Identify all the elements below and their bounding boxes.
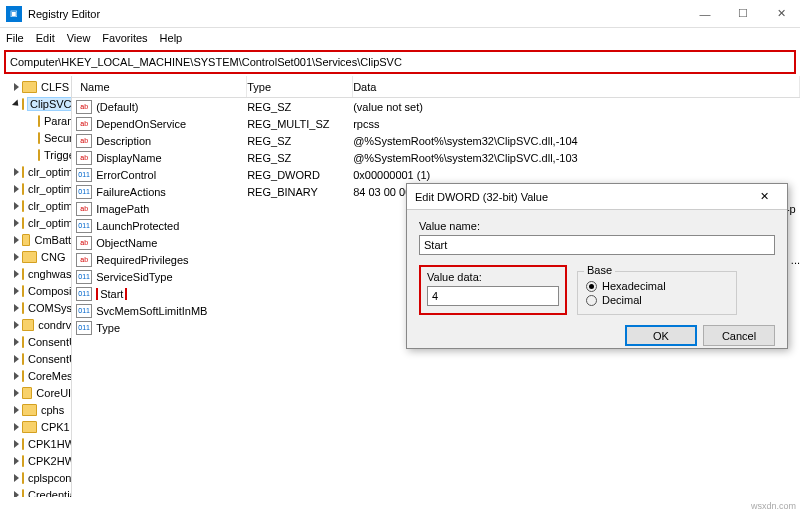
tree-item[interactable]: Security: [0, 129, 71, 146]
tree-label: Security: [44, 132, 72, 144]
expand-icon[interactable]: [14, 491, 19, 498]
tree-item[interactable]: ConsentUxUserSvc_74d17: [0, 350, 71, 367]
expand-icon[interactable]: [14, 270, 19, 278]
close-button[interactable]: ✕: [762, 0, 800, 28]
expand-icon[interactable]: [14, 474, 19, 482]
expand-icon[interactable]: [14, 83, 19, 91]
folder-icon: [22, 353, 24, 365]
tree-item[interactable]: clr_optimization_v4.0.30319_64: [0, 214, 71, 231]
folder-icon: [22, 251, 37, 263]
tree-item[interactable]: clr_optimization_v2.0.50727_64: [0, 180, 71, 197]
tree-item[interactable]: CompositeBus: [0, 282, 71, 299]
expand-icon[interactable]: [14, 304, 19, 312]
expand-icon[interactable]: [14, 287, 19, 295]
folder-icon: [22, 472, 24, 484]
minimize-button[interactable]: —: [686, 0, 724, 28]
expand-icon[interactable]: [12, 99, 21, 108]
ok-button[interactable]: OK: [625, 325, 697, 346]
expand-icon[interactable]: [14, 355, 19, 363]
menu-view[interactable]: View: [67, 32, 91, 44]
expand-icon[interactable]: [14, 372, 19, 380]
tree-item[interactable]: CoreMessagingRegistrar: [0, 367, 71, 384]
column-name[interactable]: Name: [72, 76, 247, 97]
expand-icon[interactable]: [14, 389, 19, 397]
expand-icon[interactable]: [14, 406, 19, 414]
tree-item[interactable]: CLFS: [0, 78, 71, 95]
tree-item[interactable]: Parameters: [0, 112, 71, 129]
address-input[interactable]: [10, 56, 790, 68]
binary-icon: 011: [76, 185, 92, 199]
tree-item[interactable]: ClipSVC: [0, 95, 71, 112]
menu-help[interactable]: Help: [160, 32, 183, 44]
tree-label: ConsentUxUserSvc: [28, 336, 72, 348]
tree-item[interactable]: CPK2HWU: [0, 452, 71, 469]
tree-label: CPK2HWU: [28, 455, 72, 467]
value-name: ObjectName: [96, 237, 247, 249]
folder-icon: [22, 455, 24, 467]
radio-dec[interactable]: Decimal: [586, 294, 728, 306]
titlebar: ▣ Registry Editor — ☐ ✕: [0, 0, 800, 28]
maximize-button[interactable]: ☐: [724, 0, 762, 28]
value-row[interactable]: abDisplayNameREG_SZ@%SystemRoot%\system3…: [72, 149, 800, 166]
expand-icon[interactable]: [14, 321, 19, 329]
expand-icon[interactable]: [14, 168, 19, 176]
cancel-button[interactable]: Cancel: [703, 325, 775, 346]
menu-file[interactable]: File: [6, 32, 24, 44]
binary-icon: 011: [76, 304, 92, 318]
string-icon: ab: [76, 151, 92, 165]
expand-icon[interactable]: [14, 423, 19, 431]
expand-icon[interactable]: [14, 202, 19, 210]
tree-item[interactable]: TriggerInfo: [0, 146, 71, 163]
tree-item[interactable]: cphs: [0, 401, 71, 418]
string-icon: ab: [76, 236, 92, 250]
tree-label: CmBatt: [34, 234, 71, 246]
watermark: wsxdn.com: [751, 501, 796, 511]
folder-icon: [22, 268, 24, 280]
tree-item[interactable]: ConsentUxUserSvc: [0, 333, 71, 350]
menu-edit[interactable]: Edit: [36, 32, 55, 44]
value-data: (value not set): [353, 101, 800, 113]
menu-favorites[interactable]: Favorites: [102, 32, 147, 44]
value-data: 0x00000001 (1): [353, 169, 800, 181]
tree-item[interactable]: CPK1: [0, 418, 71, 435]
value-row[interactable]: abDescriptionREG_SZ@%SystemRoot%\system3…: [72, 132, 800, 149]
value-row[interactable]: abDependOnServiceREG_MULTI_SZrpcss: [72, 115, 800, 132]
expand-icon[interactable]: [14, 338, 19, 346]
expand-icon[interactable]: [14, 457, 19, 465]
dialog-close-button[interactable]: ✕: [749, 190, 779, 203]
tree-label: CPK1: [41, 421, 70, 433]
tree-pane[interactable]: CLFSClipSVCParametersSecurityTriggerInfo…: [0, 76, 72, 497]
tree-label: CoreUI: [36, 387, 71, 399]
valuedata-input[interactable]: [427, 286, 559, 306]
radio-hex[interactable]: Hexadecimal: [586, 280, 728, 292]
app-icon: ▣: [6, 6, 22, 22]
expand-icon[interactable]: [14, 236, 19, 244]
tree-item[interactable]: CmBatt: [0, 231, 71, 248]
valuename-input[interactable]: [419, 235, 775, 255]
tree-label: ConsentUxUserSvc_74d17: [28, 353, 72, 365]
value-row[interactable]: ab(Default)REG_SZ(value not set): [72, 98, 800, 115]
folder-icon: [22, 387, 32, 399]
tree-item[interactable]: CredentialEnrollmentManagerUserSvc: [0, 486, 71, 497]
tree-item[interactable]: cplspcon: [0, 469, 71, 486]
tree-item[interactable]: CNG: [0, 248, 71, 265]
folder-icon: [22, 438, 24, 450]
value-type: REG_BINARY: [247, 186, 353, 198]
tree-item[interactable]: CoreUI: [0, 384, 71, 401]
tree-item[interactable]: clr_optimization_v2.0.50727_32: [0, 163, 71, 180]
tree-item[interactable]: COMSysApp: [0, 299, 71, 316]
value-row[interactable]: 011ErrorControlREG_DWORD0x00000001 (1): [72, 166, 800, 183]
tree-label: CredentialEnrollmentManagerUserSvc: [28, 489, 72, 498]
expand-icon[interactable]: [14, 253, 19, 261]
expand-icon[interactable]: [14, 219, 19, 227]
string-icon: ab: [76, 253, 92, 267]
expand-icon[interactable]: [14, 440, 19, 448]
tree-item[interactable]: clr_optimization_v4.0.30319_32: [0, 197, 71, 214]
column-data[interactable]: Data: [353, 76, 800, 97]
expand-icon[interactable]: [14, 185, 19, 193]
column-type[interactable]: Type: [247, 76, 353, 97]
tree-item[interactable]: cnghwassist: [0, 265, 71, 282]
tree-item[interactable]: condrv: [0, 316, 71, 333]
tree-label: COMSysApp: [28, 302, 72, 314]
tree-item[interactable]: CPK1HWU: [0, 435, 71, 452]
